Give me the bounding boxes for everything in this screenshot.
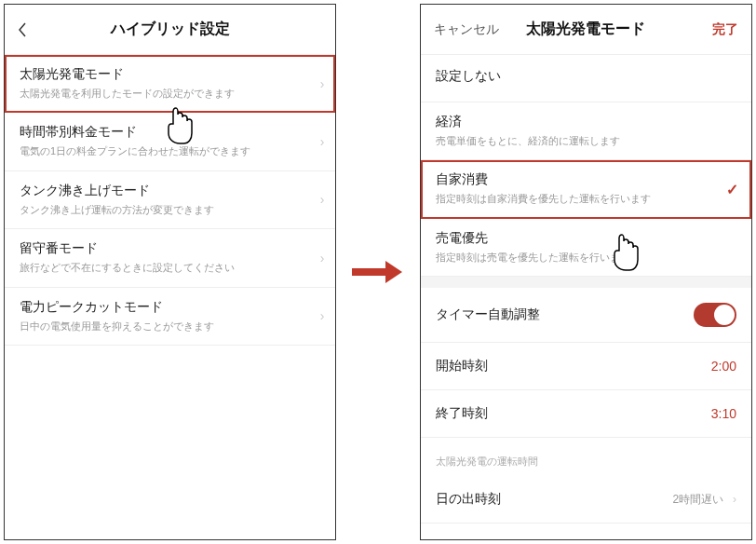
row-subtitle: 旅行などで不在にするときに設定してください	[20, 261, 304, 275]
row-title: 留守番モード	[20, 240, 304, 257]
row-subtitle: 太陽光発電を利用したモードの設定ができます	[20, 87, 304, 101]
page-title: ハイブリッド設定	[111, 20, 230, 39]
row-value: 2:00	[711, 359, 736, 374]
option-subtitle: 指定時刻は売電を優先した運転を行います	[436, 251, 720, 265]
row-tank-boil-mode[interactable]: タンク沸き上げモード タンク沸き上げ運転の方法が変更できます ›	[5, 171, 335, 229]
row-label: タイマー自動調整	[436, 306, 540, 323]
option-none[interactable]: 設定しない	[421, 55, 751, 102]
arrow-right-icon	[350, 258, 406, 286]
row-end-time[interactable]: 終了時刻 3:10	[421, 390, 751, 438]
row-peak-cut-mode[interactable]: 電力ピークカットモード 日中の電気使用量を抑えることができます ›	[5, 288, 335, 346]
left-header: ハイブリッド設定	[5, 5, 335, 55]
option-title: 自家消費	[436, 171, 720, 188]
toggle-switch[interactable]	[694, 303, 736, 327]
row-subtitle: 日中の電気使用量を抑えることができます	[20, 320, 304, 333]
done-button[interactable]: 完了	[699, 5, 751, 54]
row-value: 3:10	[711, 406, 736, 421]
right-phone: キャンセル 太陽光発電モード 完了 設定しない 経済 売電単価をもとに、経済的に…	[420, 4, 752, 540]
row-title: 電力ピークカットモード	[20, 299, 304, 316]
option-title: 売電優先	[436, 230, 720, 247]
row-start-time[interactable]: 開始時刻 2:00	[421, 343, 751, 390]
chevron-right-icon: ›	[320, 192, 325, 207]
chevron-right-icon: ›	[320, 251, 325, 265]
right-header: キャンセル 太陽光発電モード 完了	[421, 5, 751, 55]
option-sell-priority[interactable]: 売電優先 指定時刻は売電を優先した運転を行います	[421, 219, 751, 277]
row-label: 日の出時刻	[436, 491, 501, 508]
row-value: 2時間遅い	[672, 493, 723, 506]
section-label: 太陽光発電の運転時間	[421, 438, 751, 476]
left-phone: ハイブリッド設定 太陽光発電モード 太陽光発電を利用したモードの設定ができます …	[4, 4, 336, 540]
page-title: 太陽光発電モード	[526, 20, 645, 39]
row-timer-auto[interactable]: タイマー自動調整	[421, 288, 751, 343]
row-away-mode[interactable]: 留守番モード 旅行などで不在にするときに設定してください ›	[5, 229, 335, 287]
option-economy[interactable]: 経済 売電単価をもとに、経済的に運転します	[421, 102, 751, 160]
option-title: 経済	[436, 114, 720, 130]
row-title: 時間帯別料金モード	[20, 124, 304, 141]
row-title: 太陽光発電モード	[20, 66, 304, 83]
row-time-rate-mode[interactable]: 時間帯別料金モード 電気の1日の料金プランに合わせた運転ができます ›	[5, 113, 335, 170]
cancel-button[interactable]: キャンセル	[421, 5, 512, 54]
chevron-right-icon: ›	[320, 76, 325, 91]
chevron-right-icon: ›	[733, 493, 736, 506]
row-solar-mode[interactable]: 太陽光発電モード 太陽光発電を利用したモードの設定ができます ›	[5, 55, 335, 113]
row-label: 終了時刻	[436, 405, 488, 422]
back-chevron-icon[interactable]	[16, 5, 29, 54]
option-title: 設定しない	[436, 68, 736, 85]
transition-arrow	[336, 258, 419, 286]
check-icon: ✓	[726, 181, 738, 198]
row-subtitle: 電気の1日の料金プランに合わせた運転ができます	[20, 144, 304, 158]
option-self-consumption[interactable]: 自家消費 指定時刻は自家消費を優先した運転を行います ✓	[421, 160, 751, 218]
chevron-right-icon: ›	[320, 308, 325, 323]
section-divider	[421, 277, 751, 288]
row-sunrise[interactable]: 日の出時刻 2時間遅い ›	[421, 476, 751, 524]
option-subtitle: 売電単価をもとに、経済的に運転します	[436, 134, 720, 148]
row-title: タンク沸き上げモード	[20, 183, 304, 199]
option-subtitle: 指定時刻は自家消費を優先した運転を行います	[436, 192, 720, 206]
row-label: 開始時刻	[436, 358, 488, 374]
row-subtitle: タンク沸き上げ運転の方法が変更できます	[20, 203, 304, 217]
chevron-right-icon: ›	[320, 134, 325, 149]
